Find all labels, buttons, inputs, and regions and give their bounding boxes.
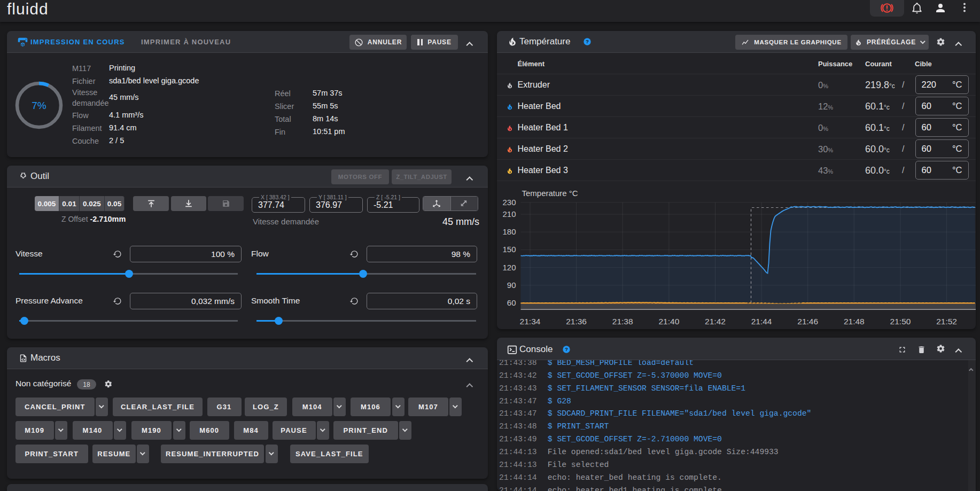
svg-text:60: 60 bbox=[507, 298, 516, 307]
svg-text:?: ? bbox=[565, 347, 568, 352]
svg-text:21:36: 21:36 bbox=[566, 317, 587, 326]
svg-text:21:52: 21:52 bbox=[936, 317, 957, 326]
svg-text:150: 150 bbox=[502, 245, 516, 254]
svg-text:21:40: 21:40 bbox=[658, 317, 679, 326]
svg-text:230: 230 bbox=[502, 198, 516, 207]
svg-text:7%: 7% bbox=[32, 100, 46, 111]
svg-text:90: 90 bbox=[507, 280, 516, 290]
svg-text:Temperature °C: Temperature °C bbox=[522, 189, 578, 198]
svg-text:210: 210 bbox=[502, 209, 516, 219]
svg-text:21:46: 21:46 bbox=[797, 317, 818, 326]
svg-text:?: ? bbox=[586, 39, 589, 44]
svg-text:180: 180 bbox=[502, 227, 516, 236]
svg-text:21:34: 21:34 bbox=[519, 317, 540, 326]
svg-text:21:38: 21:38 bbox=[612, 317, 633, 326]
svg-text:21:48: 21:48 bbox=[843, 317, 864, 326]
svg-text:21:44: 21:44 bbox=[751, 317, 772, 326]
svg-text:21:42: 21:42 bbox=[705, 317, 726, 326]
svg-text:120: 120 bbox=[502, 263, 516, 272]
svg-text:21:50: 21:50 bbox=[890, 317, 911, 326]
